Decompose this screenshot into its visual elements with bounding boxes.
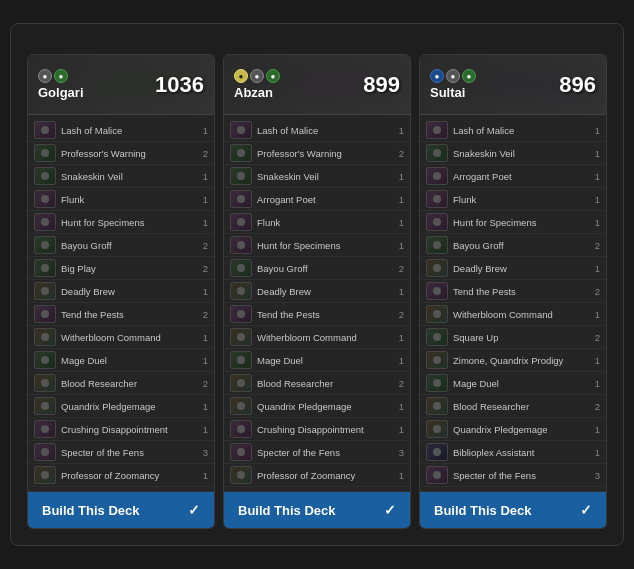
table-row[interactable]: Witherbloom Command1	[224, 326, 410, 349]
table-row[interactable]: Mage Duel1	[28, 349, 214, 372]
card-name-label: Square Up	[453, 332, 585, 343]
card-image	[230, 236, 252, 254]
table-row[interactable]: Bayou Groff2	[28, 234, 214, 257]
deck-name-golgari: Golgari	[38, 85, 84, 100]
card-qty-label: 1	[394, 217, 404, 228]
card-qty-label: 1	[198, 332, 208, 343]
table-row[interactable]: Professor of Zoomancy1	[224, 464, 410, 487]
card-image	[34, 167, 56, 185]
table-row[interactable]: Hunt for Specimens1	[224, 234, 410, 257]
build-deck-button-abzan[interactable]: Build This Deck✓	[224, 491, 410, 528]
table-row[interactable]: Specter of the Fens3	[224, 441, 410, 464]
table-row[interactable]: Quandrix Pledgemage1	[28, 395, 214, 418]
deck-header-abzan: ●●●Abzan899	[224, 55, 410, 115]
table-row[interactable]: Bayou Groff2	[224, 257, 410, 280]
card-image	[230, 351, 252, 369]
table-row[interactable]: Biblioplex Assistant1	[420, 441, 606, 464]
table-row[interactable]: Tend the Pests2	[224, 303, 410, 326]
table-row[interactable]: Lash of Malice1	[224, 119, 410, 142]
card-name-label: Tend the Pests	[257, 309, 389, 320]
table-row[interactable]: Snakeskin Veil1	[28, 165, 214, 188]
card-qty-label: 1	[198, 401, 208, 412]
card-name-label: Quandrix Pledgemage	[257, 401, 389, 412]
table-row[interactable]: Snakeskin Veil1	[420, 142, 606, 165]
card-image	[34, 282, 56, 300]
table-row[interactable]: Deadly Brew1	[420, 257, 606, 280]
table-row[interactable]: Flunk1	[28, 188, 214, 211]
table-row[interactable]: Tend the Pests2	[28, 303, 214, 326]
table-row[interactable]: Flunk1	[420, 188, 606, 211]
table-row[interactable]: Bayou Groff2	[420, 234, 606, 257]
card-qty-label: 1	[394, 125, 404, 136]
card-image	[34, 236, 56, 254]
table-row[interactable]: Quandrix Pledgemage1	[420, 418, 606, 441]
card-name-label: Hunt for Specimens	[61, 217, 193, 228]
table-row[interactable]: Lash of Malice1	[420, 119, 606, 142]
table-row[interactable]: Arrogant Poet1	[224, 188, 410, 211]
card-image	[34, 121, 56, 139]
table-row[interactable]: Deadly Brew1	[224, 280, 410, 303]
card-image	[426, 443, 448, 461]
card-qty-label: 1	[590, 263, 600, 274]
card-image	[34, 443, 56, 461]
table-row[interactable]: Mage Duel1	[420, 372, 606, 395]
table-row[interactable]: Hunt for Specimens1	[420, 211, 606, 234]
card-name-label: Tend the Pests	[61, 309, 193, 320]
card-name-label: Quandrix Pledgemage	[61, 401, 193, 412]
deck-col-sultai: ●●●Sultai896Lash of Malice1Snakeskin Vei…	[419, 54, 607, 529]
table-row[interactable]: Snakeskin Veil1	[224, 165, 410, 188]
table-row[interactable]: Lash of Malice1	[28, 119, 214, 142]
table-row[interactable]: Specter of the Fens3	[28, 441, 214, 464]
card-name-label: Deadly Brew	[453, 263, 585, 274]
table-row[interactable]: Blood Researcher2	[28, 372, 214, 395]
card-qty-label: 2	[198, 240, 208, 251]
table-row[interactable]: Witherbloom Command1	[420, 303, 606, 326]
card-name-label: Professor's Warning	[257, 148, 389, 159]
table-row[interactable]: Specter of the Fens3	[420, 464, 606, 487]
mana-symbol-black: ●	[38, 69, 52, 83]
table-row[interactable]: Blood Researcher2	[224, 372, 410, 395]
table-row[interactable]: Zimone, Quandrix Prodigy1	[420, 349, 606, 372]
table-row[interactable]: Arrogant Poet1	[420, 165, 606, 188]
table-row[interactable]: Flunk1	[224, 211, 410, 234]
card-image	[34, 420, 56, 438]
card-name-label: Specter of the Fens	[61, 447, 193, 458]
card-qty-label: 2	[394, 148, 404, 159]
card-qty-label: 1	[394, 286, 404, 297]
build-deck-button-sultai[interactable]: Build This Deck✓	[420, 491, 606, 528]
card-qty-label: 1	[198, 194, 208, 205]
table-row[interactable]: Witherbloom Command1	[28, 326, 214, 349]
table-row[interactable]: Crushing Disappointment1	[28, 418, 214, 441]
card-name-label: Snakeskin Veil	[453, 148, 585, 159]
table-row[interactable]: Quandrix Pledgemage1	[224, 395, 410, 418]
table-row[interactable]: Deadly Brew1	[28, 280, 214, 303]
table-row[interactable]: Hunt for Specimens1	[28, 211, 214, 234]
card-qty-label: 1	[394, 332, 404, 343]
table-row[interactable]: Professor's Warning2	[224, 142, 410, 165]
table-row[interactable]: Professor of Zoomancy1	[28, 464, 214, 487]
table-row[interactable]: Crushing Disappointment1	[224, 418, 410, 441]
deck-name-abzan: Abzan	[234, 85, 280, 100]
card-qty-label: 1	[198, 470, 208, 481]
table-row[interactable]: Mage Duel1	[224, 349, 410, 372]
card-qty-label: 1	[590, 309, 600, 320]
card-name-label: Mage Duel	[61, 355, 193, 366]
checkmark-icon: ✓	[580, 502, 592, 518]
card-image	[230, 466, 252, 484]
table-row[interactable]: Tend the Pests2	[420, 280, 606, 303]
table-row[interactable]: Professor's Warning2	[28, 142, 214, 165]
build-deck-button-golgari[interactable]: Build This Deck✓	[28, 491, 214, 528]
card-qty-label: 2	[198, 148, 208, 159]
card-list-abzan: Lash of Malice1Professor's Warning2Snake…	[224, 115, 410, 491]
decks-container: ●●Golgari1036Lash of Malice1Professor's …	[27, 54, 607, 529]
table-row[interactable]: Square Up2	[420, 326, 606, 349]
card-qty-label: 1	[394, 240, 404, 251]
card-qty-label: 1	[198, 171, 208, 182]
card-name-label: Arrogant Poet	[453, 171, 585, 182]
table-row[interactable]: Big Play2	[28, 257, 214, 280]
card-name-label: Mage Duel	[257, 355, 389, 366]
table-row[interactable]: Blood Researcher2	[420, 395, 606, 418]
deck-score-golgari: 1036	[155, 72, 204, 98]
card-image	[426, 305, 448, 323]
mana-symbol-white: ●	[234, 69, 248, 83]
